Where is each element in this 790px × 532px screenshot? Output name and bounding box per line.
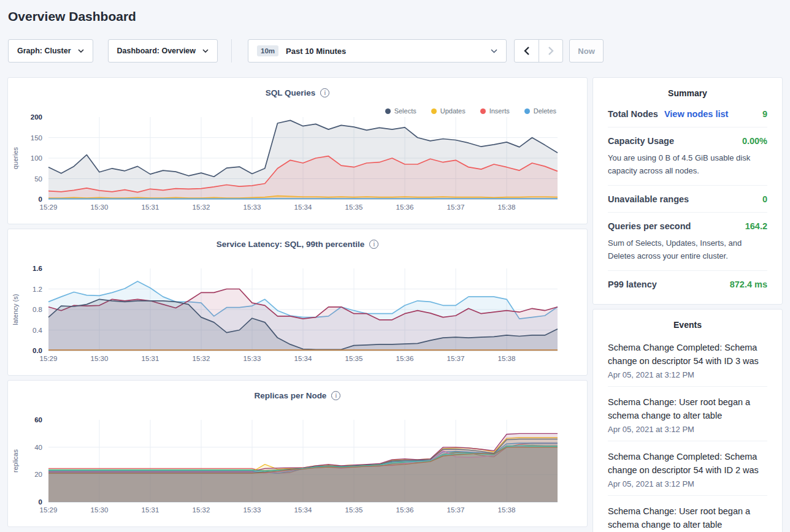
chart-panel-sql-queries: SQL Queries i SelectsUpdatesInsertsDelet…	[7, 77, 588, 224]
graph-selector-label: Graph: Cluster	[17, 47, 71, 55]
svg-text:15:34: 15:34	[294, 203, 312, 211]
svg-text:60: 60	[34, 416, 42, 424]
chart-canvas[interactable]: 0.00.40.81.21.615:2915:3015:3115:3215:33…	[8, 264, 587, 364]
event-text: Schema Change Completed: Schema change o…	[608, 450, 767, 477]
svg-text:replicas: replicas	[12, 449, 19, 473]
legend-label: Selects	[394, 107, 416, 115]
legend-item-updates[interactable]: Updates	[431, 107, 466, 115]
toolbar-divider	[231, 39, 232, 63]
info-icon[interactable]: i	[369, 240, 378, 249]
svg-text:15:37: 15:37	[447, 203, 465, 211]
svg-text:40: 40	[34, 444, 42, 451]
time-range-label: Past 10 Minutes	[286, 47, 346, 56]
charts-column: SQL Queries i SelectsUpdatesInsertsDelet…	[7, 77, 588, 527]
p99-latency-value: 872.4 ms	[730, 279, 767, 289]
graph-selector-dropdown[interactable]: Graph: Cluster	[8, 39, 93, 63]
svg-text:0.0: 0.0	[33, 347, 42, 354]
event-text: Schema Change: User root began a schema …	[608, 395, 767, 422]
summary-row-capacity: Capacity Usage 0.00% You are using 0 B o…	[608, 127, 767, 186]
svg-text:15:33: 15:33	[244, 506, 261, 514]
svg-text:15:34: 15:34	[294, 355, 312, 362]
svg-text:0: 0	[39, 196, 42, 203]
info-icon[interactable]: i	[331, 391, 340, 400]
summary-row-unavailable-ranges: Unavailable ranges 0	[608, 186, 767, 213]
svg-text:15:35: 15:35	[345, 506, 363, 514]
chart-legend: SelectsUpdatesInsertsDeletes	[385, 107, 556, 115]
event-item: Schema Change Completed: Schema change o…	[608, 441, 767, 496]
legend-dot-icon	[524, 108, 530, 114]
svg-text:15:30: 15:30	[91, 506, 109, 514]
legend-label: Inserts	[489, 107, 510, 115]
legend-dot-icon	[431, 108, 437, 114]
total-nodes-value: 9	[762, 109, 767, 119]
chart-panel-replicas-per-node: Replicas per Node i 020406015:2915:3015:…	[7, 380, 588, 527]
svg-text:15:33: 15:33	[244, 355, 261, 362]
sidebar: Summary Total Nodes View nodes list 9 Ca…	[592, 77, 783, 532]
chevron-left-icon	[524, 47, 529, 55]
page-title: Overview Dashboard	[0, 0, 790, 24]
chart-panel-service-latency: Service Latency: SQL, 99th percentile i …	[7, 229, 588, 376]
legend-item-inserts[interactable]: Inserts	[480, 107, 510, 115]
summary-row-total-nodes: Total Nodes View nodes list 9	[608, 101, 767, 127]
dashboard-selector-label: Dashboard: Overview	[117, 47, 196, 55]
events-title: Events	[593, 310, 782, 332]
info-icon[interactable]: i	[320, 88, 329, 97]
svg-text:15:36: 15:36	[396, 506, 414, 514]
time-range-badge: 10m	[257, 45, 278, 56]
time-range-picker[interactable]: 10m Past 10 Minutes	[248, 39, 507, 63]
summary-row-qps: Queries per second 164.2 Sum of Selects,…	[608, 213, 767, 271]
chart-canvas[interactable]: 05010015020015:2915:3015:3115:3215:3315:…	[8, 112, 587, 213]
p99-latency-label: P99 latency	[608, 279, 657, 289]
svg-text:15:35: 15:35	[345, 203, 363, 211]
svg-text:15:31: 15:31	[142, 203, 159, 211]
time-forward-button[interactable]	[539, 40, 562, 62]
svg-text:15:34: 15:34	[294, 506, 312, 514]
chevron-down-icon	[491, 49, 497, 53]
unavailable-ranges-value: 0	[762, 194, 767, 204]
svg-text:15:33: 15:33	[244, 203, 261, 211]
main-content: SQL Queries i SelectsUpdatesInsertsDelet…	[7, 77, 783, 532]
svg-text:15:38: 15:38	[498, 506, 516, 514]
summary-title: Summary	[593, 78, 782, 101]
chart-title: Replicas per Node	[255, 391, 327, 400]
view-nodes-list-link[interactable]: View nodes list	[664, 109, 729, 119]
legend-label: Deletes	[534, 107, 556, 115]
event-timestamp: Apr 05, 2021 at 3:12 PM	[608, 425, 767, 434]
legend-item-deletes[interactable]: Deletes	[524, 107, 556, 115]
event-item: Schema Change: User root began a schema …	[608, 496, 767, 532]
svg-text:100: 100	[31, 154, 42, 162]
chart-title: SQL Queries	[266, 88, 316, 97]
svg-text:200: 200	[31, 113, 42, 121]
event-timestamp: Apr 05, 2021 at 3:12 PM	[608, 479, 767, 488]
svg-text:15:38: 15:38	[498, 355, 516, 362]
legend-dot-icon	[480, 108, 486, 114]
svg-text:15:29: 15:29	[40, 355, 58, 362]
event-text: Schema Change Completed: Schema change o…	[608, 341, 767, 368]
svg-text:15:36: 15:36	[396, 355, 414, 362]
svg-text:15:38: 15:38	[498, 203, 516, 211]
svg-text:15:32: 15:32	[193, 355, 210, 362]
now-button[interactable]: Now	[569, 39, 604, 63]
svg-text:15:29: 15:29	[40, 203, 58, 211]
svg-text:0.8: 0.8	[33, 306, 42, 313]
legend-item-selects[interactable]: Selects	[385, 107, 416, 115]
summary-panel: Summary Total Nodes View nodes list 9 Ca…	[592, 77, 783, 305]
chart-canvas[interactable]: 020406015:2915:3015:3115:3215:3315:3415:…	[8, 415, 587, 515]
svg-text:15:36: 15:36	[396, 203, 414, 211]
svg-text:15:30: 15:30	[91, 203, 109, 211]
time-back-button[interactable]	[515, 40, 539, 62]
summary-row-p99: P99 latency 872.4 ms	[608, 271, 767, 300]
chevron-right-icon	[548, 47, 554, 55]
dashboard-selector-dropdown[interactable]: Dashboard: Overview	[108, 39, 218, 63]
svg-text:queries: queries	[12, 146, 19, 169]
svg-text:15:32: 15:32	[193, 506, 210, 514]
svg-text:15:31: 15:31	[142, 355, 159, 362]
svg-text:150: 150	[31, 134, 42, 142]
chart-svg: 020406015:2915:3015:3115:3215:3315:3415:…	[8, 415, 587, 515]
svg-text:15:37: 15:37	[447, 355, 465, 362]
event-text: Schema Change: User root began a schema …	[608, 504, 767, 531]
legend-dot-icon	[385, 108, 391, 114]
svg-text:0: 0	[39, 498, 42, 506]
svg-text:0.4: 0.4	[33, 327, 43, 334]
svg-text:15:29: 15:29	[40, 506, 58, 514]
